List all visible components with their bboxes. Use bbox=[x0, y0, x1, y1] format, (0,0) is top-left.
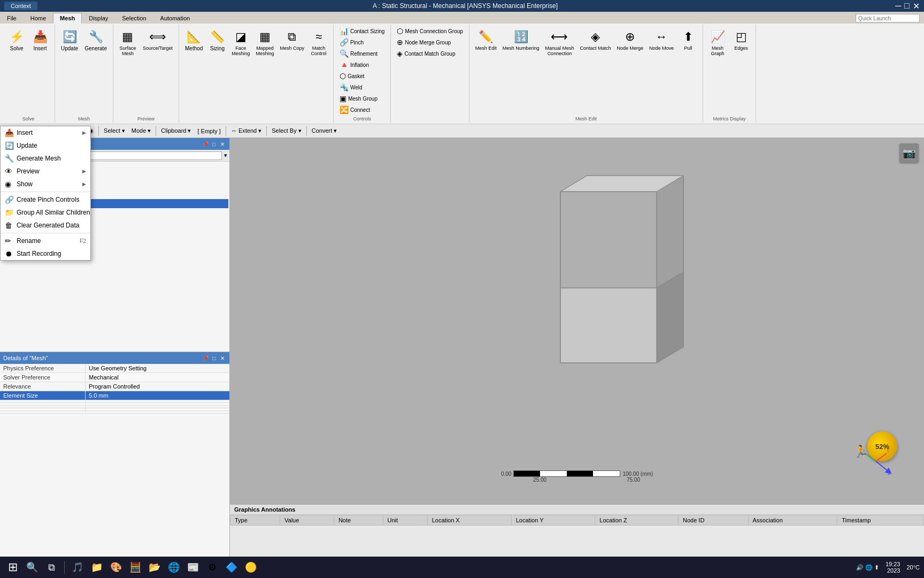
manual-mesh-conn-icon: ⟷ bbox=[551, 28, 568, 45]
taskbar-app6[interactable]: 🌐 bbox=[165, 559, 182, 576]
select-dropdown-btn[interactable]: Select ▾ bbox=[101, 126, 128, 135]
taskbar-app7[interactable]: 📰 bbox=[184, 559, 202, 576]
sizing-button[interactable]: 📏 Sizing bbox=[206, 27, 228, 53]
details-element-size-value[interactable]: 5.0 mm bbox=[86, 391, 229, 400]
ctx-generate-mesh[interactable]: 🔧 Generate Mesh bbox=[1, 152, 90, 165]
minimize-btn[interactable]: ─ bbox=[895, 1, 901, 11]
ctx-group-all-similar[interactable]: 📁 Group All Similar Children bbox=[1, 206, 90, 219]
generate-button[interactable]: 🔧 Generate bbox=[82, 27, 110, 53]
quick-launch-input[interactable] bbox=[856, 14, 920, 22]
match-control-button[interactable]: ≈ MatchControl bbox=[307, 27, 330, 58]
close-btn[interactable]: ✕ bbox=[913, 1, 920, 11]
ribbon-group-mesh: 🔄 Update 🔧 Generate Mesh bbox=[55, 25, 113, 123]
refinement-button[interactable]: 🔍 Refinement bbox=[337, 48, 387, 59]
tab-file[interactable]: File bbox=[0, 13, 24, 24]
taskbar-app8[interactable]: ⚙ bbox=[204, 559, 221, 576]
taskbar-app9[interactable]: 🔷 bbox=[223, 559, 240, 576]
maximize-btn[interactable]: □ bbox=[904, 1, 910, 11]
taskview-btn[interactable]: ⧉ bbox=[43, 559, 60, 576]
taskbar-app2[interactable]: 📁 bbox=[88, 559, 105, 576]
surface-mesh-button[interactable]: ▦ SurfaceMesh bbox=[117, 27, 139, 58]
taskbar-app3[interactable]: 🎨 bbox=[107, 559, 125, 576]
edges-button[interactable]: ◰ Edges bbox=[730, 27, 752, 52]
weld-button[interactable]: 🔩 Weld bbox=[337, 82, 387, 93]
solve-group-label: Solve bbox=[22, 115, 35, 121]
convert-dropdown-btn[interactable]: Convert ▾ bbox=[309, 126, 340, 135]
tab-mesh[interactable]: Mesh bbox=[53, 13, 82, 24]
mapped-meshing-button[interactable]: ▦ MappedMeshing bbox=[253, 27, 276, 58]
taskbar-app5[interactable]: 📂 bbox=[146, 559, 163, 576]
outline-close-btn[interactable]: ✕ bbox=[219, 140, 226, 148]
solve-button[interactable]: ⚡ Solve bbox=[5, 27, 28, 53]
pull-button[interactable]: ⬆ Pull bbox=[677, 27, 699, 52]
contact-match-button[interactable]: ◈ Contact Match bbox=[577, 27, 613, 52]
update-button[interactable]: 🔄 Update bbox=[58, 27, 81, 53]
manual-mesh-connection-button[interactable]: ⟷ Manual MeshConnection bbox=[542, 27, 576, 58]
select-by-dropdown-btn[interactable]: Select By ▾ bbox=[269, 126, 304, 135]
mesh-edit-button[interactable]: ✏️ Mesh Edit bbox=[473, 27, 499, 52]
col-note: Note bbox=[334, 515, 383, 526]
pinch-button[interactable]: 🔗 Pinch bbox=[337, 37, 387, 48]
outline-pin-btn[interactable]: 📌 bbox=[202, 140, 209, 148]
ribbon-group-metrics: 📈 MeshGraph ◰ Edges Metrics Display bbox=[703, 25, 756, 123]
ribbon-group-preview: ▦ SurfaceMesh ⟺ Source/Target Preview bbox=[113, 25, 179, 123]
ctx-create-pinch-controls[interactable]: 🔗 Create Pinch Controls bbox=[1, 193, 90, 206]
clipboard-dropdown-btn[interactable]: Clipboard ▾ bbox=[158, 126, 194, 135]
scale-bar: 0.00 100.00 (mm) 25.00 75.00 bbox=[501, 470, 653, 483]
ribbon-tabs: File Home Mesh Display Selection Automat… bbox=[0, 12, 924, 24]
ctx-rename[interactable]: ✏ Rename F2 bbox=[1, 234, 90, 247]
controls-buttons-container: 📊 Contact Sizing 🔗 Pinch 🔍 Refinement 🔺 … bbox=[337, 26, 387, 115]
details-panel-header: Details of "Mesh" 📌 □ ✕ bbox=[0, 352, 229, 364]
preview-buttons: ▦ SurfaceMesh ⟺ Source/Target bbox=[117, 26, 175, 115]
method-button[interactable]: 📐 Method bbox=[182, 27, 205, 53]
start-btn[interactable]: ⊞ bbox=[4, 559, 21, 576]
search-taskbar-btn[interactable]: 🔍 bbox=[24, 559, 41, 576]
contact-sizing-button[interactable]: 📊 Contact Sizing bbox=[337, 26, 387, 36]
details-solver-value[interactable]: Mechanical bbox=[86, 373, 229, 382]
mesh-graph-button[interactable]: 📈 MeshGraph bbox=[706, 27, 729, 58]
mesh-numbering-button[interactable]: 🔢 Mesh Numbering bbox=[500, 27, 542, 52]
canvas-area[interactable]: 0.00 100.00 (mm) 25.00 75.00 52% Z Y bbox=[230, 138, 924, 504]
source-target-button[interactable]: ⟺ Source/Target bbox=[140, 27, 175, 52]
mesh-group-button[interactable]: ▣ Mesh Group bbox=[337, 93, 387, 104]
insert-button[interactable]: 📥 Insert bbox=[29, 27, 51, 53]
mode-dropdown-btn[interactable]: Mode ▾ bbox=[129, 126, 154, 135]
inflation-button[interactable]: 🔺 Inflation bbox=[337, 59, 387, 70]
details-pin-btn[interactable]: 📌 bbox=[202, 354, 209, 362]
taskbar-app4[interactable]: 🧮 bbox=[127, 559, 144, 576]
ctx-show[interactable]: ◉ Show bbox=[1, 178, 90, 191]
empty-dropdown-btn[interactable]: [ Empty ] bbox=[195, 127, 223, 135]
face-meshing-button[interactable]: ◪ FaceMeshing bbox=[229, 27, 252, 58]
connect-button[interactable]: 🔀 Connect bbox=[337, 104, 387, 115]
details-restore-btn[interactable]: □ bbox=[210, 354, 218, 362]
taskbar-app1[interactable]: 🎵 bbox=[69, 559, 86, 576]
ctx-update[interactable]: 🔄 Update bbox=[1, 139, 90, 152]
node-merge-group-button[interactable]: ⊕ Node Merge Group bbox=[394, 37, 465, 48]
ctx-preview[interactable]: 👁 Preview bbox=[1, 165, 90, 178]
mesh-copy-button[interactable]: ⧉ Mesh Copy bbox=[277, 27, 307, 52]
ctx-clear-icon: 🗑 bbox=[5, 221, 13, 230]
tab-display[interactable]: Display bbox=[82, 13, 115, 24]
orientation-figure: 🏃 bbox=[853, 445, 868, 459]
ctx-insert[interactable]: 📥 Insert bbox=[1, 126, 90, 139]
tab-home[interactable]: Home bbox=[24, 13, 53, 24]
node-move-button[interactable]: ↔ Node Move bbox=[646, 27, 676, 52]
ctx-clear-generated-data[interactable]: 🗑 Clear Generated Data bbox=[1, 219, 90, 232]
tab-automation[interactable]: Automation bbox=[153, 13, 197, 24]
tab-selection[interactable]: Selection bbox=[115, 13, 153, 24]
ctx-start-recording[interactable]: ⏺ Start Recording bbox=[1, 247, 90, 260]
search-dropdown-btn[interactable]: ▾ bbox=[224, 152, 227, 159]
details-relevance-value[interactable]: Program Controlled bbox=[86, 382, 229, 391]
contact-match-group-button[interactable]: ◈ Contact Match Group bbox=[394, 48, 465, 59]
details-element-size-label: Element Size bbox=[0, 391, 86, 400]
taskbar-app10[interactable]: 🟡 bbox=[242, 559, 259, 576]
node-merge-button[interactable]: ⊕ Node Merge bbox=[614, 27, 646, 52]
context-tab[interactable]: Context bbox=[4, 2, 37, 10]
details-close-btn[interactable]: ✕ bbox=[219, 354, 226, 362]
outline-restore-btn[interactable]: □ bbox=[210, 140, 218, 148]
details-physics-value[interactable]: Use Geometry Setting bbox=[86, 364, 229, 372]
gasket-button[interactable]: ⬡ Gasket bbox=[337, 71, 387, 81]
ctx-record-icon: ⏺ bbox=[5, 249, 13, 258]
mesh-connection-group-button[interactable]: ⬡ Mesh Connection Group bbox=[394, 26, 465, 36]
extend-dropdown-btn[interactable]: ↔ Extend ▾ bbox=[228, 126, 264, 135]
